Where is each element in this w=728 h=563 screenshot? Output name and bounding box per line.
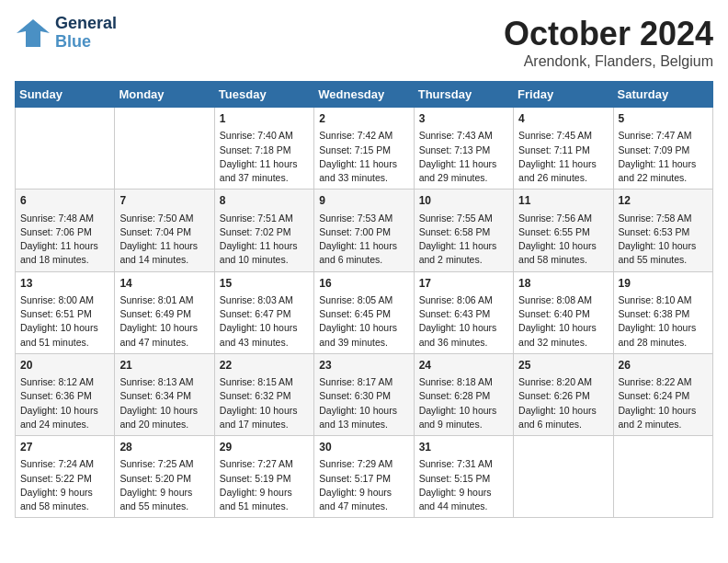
day-info: Sunset: 5:17 PM xyxy=(319,472,408,486)
day-info: Sunset: 6:36 PM xyxy=(20,389,109,403)
day-number: 1 xyxy=(220,111,309,127)
day-info: Sunrise: 7:42 AM xyxy=(319,129,408,143)
day-number: 3 xyxy=(419,111,508,127)
day-info: Sunrise: 7:53 AM xyxy=(319,212,408,225)
calendar-cell: 27Sunrise: 7:24 AMSunset: 5:22 PMDayligh… xyxy=(16,436,115,518)
day-number: 27 xyxy=(20,440,109,455)
calendar-cell: 25Sunrise: 8:20 AMSunset: 6:26 PMDayligh… xyxy=(514,353,613,435)
day-info: Sunset: 7:15 PM xyxy=(319,144,408,157)
day-info: Daylight: 10 hours and 17 minutes. xyxy=(220,404,309,431)
header-row: SundayMondayTuesdayWednesdayThursdayFrid… xyxy=(16,82,713,108)
calendar-cell: 8Sunrise: 7:51 AMSunset: 7:02 PMDaylight… xyxy=(214,190,313,271)
calendar-cell: 4Sunrise: 7:45 AMSunset: 7:11 PMDaylight… xyxy=(514,108,613,190)
day-info: Sunset: 7:13 PM xyxy=(419,144,508,157)
week-row-4: 20Sunrise: 8:12 AMSunset: 6:36 PMDayligh… xyxy=(16,353,713,435)
logo-icon xyxy=(15,15,51,52)
day-info: Daylight: 10 hours and 6 minutes. xyxy=(518,404,608,431)
day-info: Sunrise: 8:22 AM xyxy=(619,375,708,389)
day-info: Sunset: 5:22 PM xyxy=(20,472,109,486)
day-info: Sunset: 5:19 PM xyxy=(220,472,309,486)
calendar-cell: 30Sunrise: 7:29 AMSunset: 5:17 PMDayligh… xyxy=(314,436,414,518)
day-info: Daylight: 10 hours and 39 minutes. xyxy=(319,321,408,349)
calendar-cell: 31Sunrise: 7:31 AMSunset: 5:15 PMDayligh… xyxy=(414,436,513,518)
day-info: Sunset: 6:51 PM xyxy=(20,307,109,321)
day-info: Sunrise: 8:18 AM xyxy=(419,375,508,389)
day-info: Sunset: 7:00 PM xyxy=(319,225,408,239)
day-number: 23 xyxy=(319,358,408,373)
day-info: Daylight: 11 hours and 29 minutes. xyxy=(419,157,508,185)
day-info: Sunset: 6:40 PM xyxy=(518,307,608,321)
day-info: Daylight: 10 hours and 58 minutes. xyxy=(518,239,608,267)
header-day-sunday: Sunday xyxy=(16,82,115,108)
calendar-cell: 10Sunrise: 7:55 AMSunset: 6:58 PMDayligh… xyxy=(414,190,513,271)
day-info: Sunset: 6:26 PM xyxy=(518,389,608,403)
day-info: Sunrise: 7:29 AM xyxy=(319,457,408,471)
day-number: 19 xyxy=(619,276,708,292)
calendar-cell: 12Sunrise: 7:58 AMSunset: 6:53 PMDayligh… xyxy=(613,190,712,271)
day-info: Sunrise: 7:45 AM xyxy=(518,129,608,143)
day-info: Sunrise: 7:31 AM xyxy=(419,457,508,471)
calendar-cell: 15Sunrise: 8:03 AMSunset: 6:47 PMDayligh… xyxy=(214,271,313,353)
day-info: Sunset: 6:43 PM xyxy=(419,307,508,321)
day-info: Sunrise: 7:43 AM xyxy=(419,129,508,143)
day-number: 16 xyxy=(319,276,408,292)
day-info: Sunrise: 7:25 AM xyxy=(119,457,209,471)
day-info: Sunset: 6:28 PM xyxy=(419,389,508,403)
day-number: 11 xyxy=(518,193,608,209)
day-info: Sunrise: 7:27 AM xyxy=(220,457,309,471)
calendar-cell: 28Sunrise: 7:25 AMSunset: 5:20 PMDayligh… xyxy=(115,436,214,518)
day-info: Sunrise: 7:56 AM xyxy=(518,212,608,225)
header-day-friday: Friday xyxy=(514,82,613,108)
calendar-cell xyxy=(514,436,613,518)
day-number: 17 xyxy=(419,276,508,292)
day-info: Daylight: 11 hours and 37 minutes. xyxy=(220,157,309,185)
day-info: Daylight: 10 hours and 47 minutes. xyxy=(119,321,209,349)
calendar-cell: 9Sunrise: 7:53 AMSunset: 7:00 PMDaylight… xyxy=(314,190,414,271)
day-info: Sunrise: 7:55 AM xyxy=(419,212,508,225)
day-number: 29 xyxy=(220,440,309,455)
day-info: Sunrise: 8:00 AM xyxy=(20,293,109,307)
week-row-5: 27Sunrise: 7:24 AMSunset: 5:22 PMDayligh… xyxy=(16,436,713,518)
day-info: Sunset: 7:18 PM xyxy=(220,144,309,157)
day-number: 28 xyxy=(119,440,209,455)
day-info: Sunset: 6:49 PM xyxy=(119,307,209,321)
page-title: October 2024 xyxy=(504,15,713,53)
day-number: 15 xyxy=(220,276,309,292)
day-info: Daylight: 10 hours and 36 minutes. xyxy=(419,321,508,349)
calendar-cell: 1Sunrise: 7:40 AMSunset: 7:18 PMDaylight… xyxy=(214,108,313,190)
calendar-cell xyxy=(613,436,712,518)
logo-general-text: General xyxy=(55,15,117,33)
day-number: 7 xyxy=(119,193,209,209)
day-info: Daylight: 10 hours and 32 minutes. xyxy=(518,321,608,349)
day-number: 6 xyxy=(20,193,109,209)
day-info: Daylight: 9 hours and 58 minutes. xyxy=(20,486,109,513)
day-info: Sunrise: 8:03 AM xyxy=(220,293,309,307)
day-info: Daylight: 9 hours and 51 minutes. xyxy=(220,486,309,513)
day-info: Sunset: 7:02 PM xyxy=(220,225,309,239)
day-info: Sunrise: 8:13 AM xyxy=(119,375,209,389)
day-info: Sunrise: 7:50 AM xyxy=(119,212,209,225)
calendar-header: SundayMondayTuesdayWednesdayThursdayFrid… xyxy=(16,82,713,108)
calendar-cell: 5Sunrise: 7:47 AMSunset: 7:09 PMDaylight… xyxy=(613,108,712,190)
calendar-cell: 6Sunrise: 7:48 AMSunset: 7:06 PMDaylight… xyxy=(16,190,115,271)
day-info: Sunset: 6:34 PM xyxy=(119,389,209,403)
calendar-body: 1Sunrise: 7:40 AMSunset: 7:18 PMDaylight… xyxy=(16,108,713,518)
day-number: 2 xyxy=(319,111,408,127)
day-info: Sunset: 5:15 PM xyxy=(419,472,508,486)
day-number: 24 xyxy=(419,358,508,373)
day-info: Sunset: 6:58 PM xyxy=(419,225,508,239)
header-day-thursday: Thursday xyxy=(414,82,513,108)
svg-marker-0 xyxy=(17,19,50,47)
calendar-cell: 18Sunrise: 8:08 AMSunset: 6:40 PMDayligh… xyxy=(514,271,613,353)
day-info: Daylight: 9 hours and 47 minutes. xyxy=(319,486,408,513)
title-block: October 2024 Arendonk, Flanders, Belgium xyxy=(504,15,713,70)
page-header: General Blue October 2024 Arendonk, Flan… xyxy=(15,15,713,70)
day-number: 13 xyxy=(20,276,109,292)
day-info: Daylight: 11 hours and 33 minutes. xyxy=(319,157,408,185)
day-info: Sunrise: 7:51 AM xyxy=(220,212,309,225)
day-info: Sunset: 6:30 PM xyxy=(319,389,408,403)
day-info: Daylight: 9 hours and 55 minutes. xyxy=(119,486,209,513)
day-info: Sunset: 6:55 PM xyxy=(518,225,608,239)
day-info: Sunrise: 8:01 AM xyxy=(119,293,209,307)
day-info: Sunrise: 7:48 AM xyxy=(20,212,109,225)
